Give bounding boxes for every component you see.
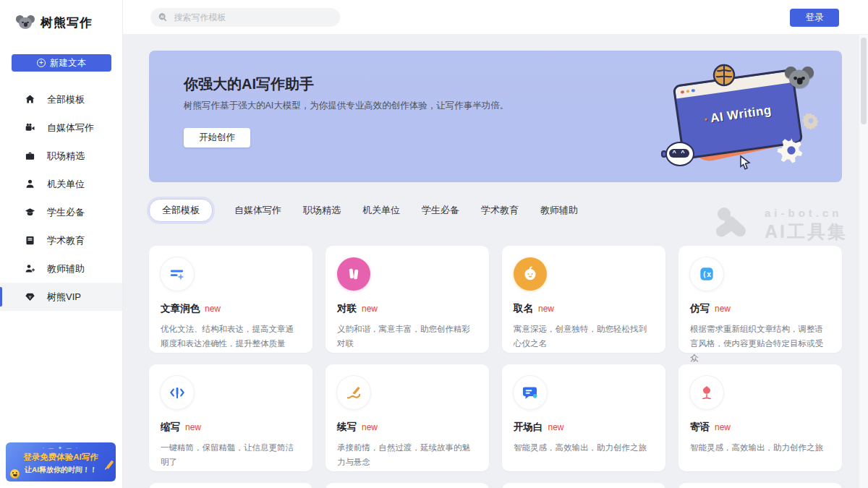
compress-pen-icon [161, 376, 194, 409]
new-doc-button[interactable]: + 新建文本 [12, 54, 111, 72]
koala-head-icon [785, 67, 814, 91]
card-article-polish[interactable]: 文章润色 new 优化文法、结构和表达，提高文章通顺度和表达准确性，提升整体质量 [149, 246, 312, 353]
new-badge: new [715, 422, 731, 432]
window-dot-red [681, 90, 684, 94]
card-abbreviate[interactable]: 缩写 new 一键精简，保留精髓，让信息更简洁明了 [149, 364, 312, 471]
ai-writing-label: AI Writing [679, 100, 797, 130]
app-logo: 树熊写作 [0, 0, 122, 31]
new-badge: new [185, 422, 201, 432]
template-tabs: 全部模板 自媒体写作 职场精选 机关单位 学生必备 学术教育 教师辅助 [149, 200, 842, 221]
app-title: 树熊写作 [41, 14, 93, 31]
new-badge: new [362, 304, 378, 314]
hero-illustration: AI Writing [670, 64, 822, 172]
new-badge: new [548, 422, 564, 432]
promo-decoration: · — ✦ — · [6, 445, 116, 451]
chat-bubble-icon [514, 376, 547, 409]
gem-icon [25, 291, 35, 302]
login-promo-banner[interactable]: · — ✦ — · 登录免费体验AI写作 让AI释放你的时间！！ [6, 442, 116, 481]
plus-circle-icon: + [37, 59, 46, 67]
card-opening[interactable]: 开场白 new 智能灵感，高效输出，助力创作之旅 [502, 364, 665, 471]
sidebar-item-media-writing[interactable]: 自媒体写作 [0, 114, 122, 142]
smiley-emoji-icon [10, 469, 20, 479]
new-badge: new [715, 304, 731, 314]
robot-icon [665, 142, 694, 166]
login-button[interactable]: 登录 [790, 9, 839, 27]
teacher-icon [25, 263, 35, 274]
card-shell[interactable] [678, 483, 842, 488]
new-badge: new [538, 304, 554, 314]
card-naming[interactable]: 取名 new 寓意深远，创意独特，助您轻松找到心仪之名 [502, 246, 665, 353]
card-imitate[interactable]: (x 仿写 new 根据需求重新组织文章结构，调整语言风格，使内容更贴合特定目标… [678, 246, 842, 353]
hero-subtitle: 树熊写作基于强大的AI大模型，为你提供专业高效的创作体验，让写作事半功倍。 [184, 100, 509, 112]
new-badge: new [362, 422, 378, 432]
sidebar-item-teacher[interactable]: 教师辅助 [0, 254, 122, 283]
sidebar: 树熊写作 + 新建文本 全部模板 自媒体写作 职场精选 机关单位 学生必备 学术… [0, 0, 123, 488]
book-icon [25, 235, 35, 246]
home-icon [25, 94, 35, 105]
main-content: 你强大的AI写作助手 树熊写作基于强大的AI大模型，为你提供专业高效的创作体验，… [123, 35, 868, 488]
tab-media-writing[interactable]: 自媒体写作 [234, 204, 281, 217]
gear-icon [777, 136, 806, 165]
brain-icon [712, 64, 736, 87]
hero-banner: 你强大的AI写作助手 树熊写作基于强大的AI大模型，为你提供专业高效的创作体验，… [149, 51, 842, 182]
tab-student[interactable]: 学生必备 [422, 204, 459, 217]
video-camera-icon [25, 122, 35, 133]
couplet-icon [337, 257, 370, 291]
graduation-cap-icon [25, 207, 35, 218]
card-shell[interactable] [502, 483, 665, 488]
watermark-name: AI工具集 [765, 220, 848, 244]
cursor-icon [738, 155, 752, 171]
card-couplet[interactable]: 对联 new 义韵和谐，寓意丰富，助您创作精彩对联 [326, 246, 489, 353]
promo-line1: 登录免费体验AI写作 [6, 452, 116, 463]
sidebar-item-all-templates[interactable]: 全部模板 [0, 85, 122, 114]
scrollbar[interactable] [859, 35, 868, 488]
squiggle-pen-icon [337, 376, 370, 409]
search-input[interactable] [174, 12, 333, 22]
ai-search-icon: AI [158, 12, 169, 23]
tab-academic[interactable]: 学术教育 [481, 204, 519, 217]
card-shell[interactable] [326, 483, 489, 488]
new-doc-label: 新建文本 [50, 57, 86, 69]
sidebar-item-vip[interactable]: 树熊VIP [0, 283, 122, 311]
sidebar-item-academic[interactable]: 学术教育 [0, 226, 122, 254]
briefcase-icon [25, 150, 35, 161]
tab-workplace[interactable]: 职场精选 [303, 204, 341, 217]
tab-institution[interactable]: 机关单位 [362, 204, 400, 217]
svg-text:AI: AI [161, 14, 165, 19]
tab-all-templates[interactable]: 全部模板 [149, 199, 213, 222]
search-bar[interactable]: AI [150, 8, 340, 27]
koala-logo-icon [16, 15, 35, 31]
promo-line2: 让AI释放你的时间！！ [6, 465, 116, 475]
hero-title: 你强大的AI写作助手 [184, 74, 314, 94]
card-continue[interactable]: 续写 new 承接前情，自然过渡，延续故事的魅力与悬念 [326, 364, 489, 471]
new-badge: new [205, 304, 221, 314]
window-dot-blue [692, 89, 695, 93]
sidebar-item-institution[interactable]: 机关单位 [0, 170, 122, 198]
sidebar-item-workplace[interactable]: 职场精选 [0, 142, 122, 170]
topbar: AI 登录 [123, 0, 868, 35]
baby-face-icon [514, 257, 547, 291]
small-gear-icon [801, 111, 820, 130]
window-dot-yellow [686, 90, 689, 93]
card-shell[interactable] [149, 483, 312, 488]
scrollbar-thumb[interactable] [861, 38, 867, 124]
tulip-icon [690, 376, 723, 409]
card-message[interactable]: 寄语 new 智能灵感，高效输出，助力创作之旅 [678, 364, 842, 471]
polish-icon [161, 257, 194, 291]
template-grid: 文章润色 new 优化文法、结构和表达，提高文章通顺度和表达准确性，提升整体质量… [149, 246, 842, 488]
sidebar-menu: 全部模板 自媒体写作 职场精选 机关单位 学生必备 学术教育 教师辅助 树熊V [0, 85, 122, 311]
sidebar-item-student[interactable]: 学生必备 [0, 198, 122, 226]
person-icon [25, 179, 35, 189]
tab-teacher[interactable]: 教师辅助 [540, 204, 578, 217]
start-writing-button[interactable]: 开始创作 [184, 128, 250, 147]
svg-text:(x: (x [702, 270, 711, 278]
rewrite-icon: (x [690, 257, 723, 291]
